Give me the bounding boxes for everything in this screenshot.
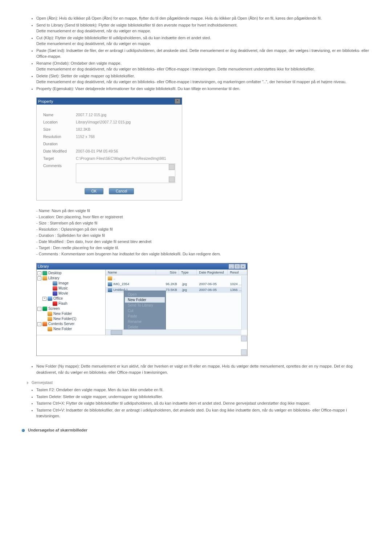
shortcut-heading: Genvejstast: [27, 380, 370, 385]
prop-modified-label: Date Modified: [43, 149, 76, 153]
tree-node[interactable]: -Library: [37, 276, 105, 281]
list-item: Delete (Slet): Sletter de valgte mapper …: [36, 73, 370, 85]
tree-label: Contents Server: [48, 321, 74, 327]
list-item: Cut (Klip): Flytter de valgte biblioteks…: [36, 35, 370, 47]
folder-tree[interactable]: -Desktop-LibraryImageMusicMovie+OfficeFl…: [37, 270, 106, 335]
section-heading-text: Undersøgelse af skærmbilleder: [28, 428, 87, 432]
screen-icon: [42, 307, 47, 311]
file-list-pane: Name Size Type Date Registered Resol ..I…: [106, 270, 247, 335]
prop-comments-label: Comments: [43, 163, 76, 168]
minimize-icon[interactable]: _: [228, 264, 234, 269]
col-size[interactable]: Size: [156, 270, 179, 275]
tree-node[interactable]: Flash: [37, 301, 105, 306]
tree-label: New Folder(1): [53, 316, 76, 321]
arrow-icon: [27, 381, 29, 384]
shortcut-title: Genvejstast: [32, 380, 53, 385]
expand-icon[interactable]: -: [37, 307, 41, 311]
tree-node[interactable]: -Desktop: [37, 271, 105, 276]
shortcut-list: Tasten F2: Omdøber den valgte mappe. Men…: [22, 387, 370, 419]
list-item: Rename (Omdøb): Omdøber den valgte mappe…: [36, 60, 370, 72]
tree-label: New Folder: [53, 311, 72, 316]
definition-line: - Size : Størrelsen på den valgte fil: [36, 220, 370, 226]
list-item: Tasterne Ctrl+X: Flytter de valgte bibli…: [36, 400, 370, 406]
list-item: Tasterne Ctrl+V: Indsætter de biblioteks…: [36, 407, 370, 419]
list-item: Open (Åbn): Hvis du klikker på Open (Åbn…: [36, 15, 370, 21]
prop-location-label: Location: [43, 120, 76, 124]
cancel-button[interactable]: Cancel: [109, 188, 134, 194]
flash-icon: [53, 301, 57, 306]
maximize-icon[interactable]: □: [234, 264, 240, 269]
expand-icon: [42, 328, 46, 331]
expand-icon[interactable]: -: [37, 271, 41, 275]
close-icon[interactable]: ×: [240, 264, 246, 269]
movie-icon: [53, 291, 57, 296]
file-icon: [108, 282, 112, 286]
property-field-definitions: - Name: Navn på den valgte fil- Location…: [22, 208, 370, 257]
property-titlebar: Property ×: [37, 98, 182, 105]
music-icon: [53, 286, 57, 291]
tree-node[interactable]: New Folder: [37, 327, 105, 332]
expand-icon[interactable]: -: [37, 276, 41, 280]
prop-target-value: C:\Program Files\SEC\MagicNet Pro\Resize…: [76, 156, 175, 161]
context-menu-item: Rename: [125, 319, 165, 324]
section-heading: Undersøgelse af skærmbilleder: [22, 428, 370, 432]
tree-node[interactable]: +Office: [37, 296, 105, 301]
tree-node[interactable]: Image: [37, 281, 105, 286]
office-icon: [48, 296, 52, 301]
expand-icon: [48, 282, 52, 285]
tree-label: Music: [58, 286, 68, 291]
list-item: Send to Library (Send til bibliotek): Fl…: [36, 22, 370, 34]
ok-button[interactable]: OK: [85, 188, 103, 194]
folder-icon: [48, 317, 52, 321]
tree-node[interactable]: Music: [37, 286, 105, 291]
tree-label: Flash: [58, 301, 67, 306]
vertical-scrollbar[interactable]: [241, 276, 247, 330]
file-row[interactable]: ..: [106, 275, 247, 281]
close-icon[interactable]: ×: [175, 98, 180, 104]
feature-list: Open (Åbn): Hvis du klikker på Open (Åbn…: [22, 15, 370, 92]
list-item: Property (Egenskab): Viser detaljerede i…: [36, 86, 370, 92]
prop-target-label: Target: [43, 156, 76, 161]
col-res[interactable]: Resol: [228, 270, 247, 275]
prop-size-label: Size: [43, 127, 76, 131]
expand-icon[interactable]: +: [42, 297, 46, 301]
tree-label: Screen: [48, 306, 60, 311]
library-titlebar: Library _□×: [37, 263, 247, 270]
preview-pane: [37, 335, 247, 356]
tree-label: Desktop: [48, 271, 62, 276]
expand-icon: [48, 292, 52, 295]
context-menu-item: Delete: [125, 324, 165, 330]
prop-resolution-value: 1152 x 768: [76, 134, 175, 139]
prop-name-value: 2007.7.12 015.jpg: [76, 113, 175, 117]
context-menu-item: Paste: [125, 313, 165, 319]
context-menu[interactable]: OpenNew FolderSend To LibraryCutPasteRen…: [124, 291, 166, 335]
tree-label: Movie: [58, 291, 68, 296]
prop-resolution-label: Resolution: [43, 134, 76, 139]
property-dialog: Property × Name2007.7.12 015.jpg Locatio…: [36, 97, 182, 200]
tree-node[interactable]: -Screen: [37, 306, 105, 311]
definition-line: - Date Modified : Den dato, hvor den val…: [36, 239, 370, 245]
tree-label: New Folder: [53, 327, 72, 332]
file-row[interactable]: IMG_235496.2KB.jpg2007-06-051024 ...: [106, 281, 247, 287]
context-menu-item[interactable]: New Folder: [125, 297, 165, 303]
col-name[interactable]: Name: [106, 270, 156, 275]
horizontal-scrollbar[interactable]: [106, 329, 241, 335]
list-item: New Folder (Ny mappe): Dette menuelement…: [36, 363, 370, 375]
tree-node[interactable]: Movie: [37, 291, 105, 296]
definition-line: - Comments : Kommentarer som brugeren ha…: [36, 251, 370, 257]
tree-node[interactable]: New Folder: [37, 311, 105, 316]
bullet-icon: [22, 429, 25, 432]
col-type[interactable]: Type: [179, 270, 197, 275]
prop-size-value: 182.3KB: [76, 127, 175, 131]
tree-node[interactable]: New Folder(1): [37, 316, 105, 321]
comments-textarea[interactable]: [76, 163, 175, 183]
desktop-icon: [42, 271, 47, 275]
tree-node[interactable]: -Contents Server: [37, 321, 105, 327]
col-date[interactable]: Date Registered: [197, 270, 228, 275]
expand-icon[interactable]: -: [37, 322, 41, 326]
property-title: Property: [38, 99, 53, 104]
tree-label: Image: [58, 281, 69, 286]
expand-icon: [48, 287, 52, 290]
expand-icon: [48, 302, 52, 305]
tree-label: Library: [48, 276, 60, 281]
